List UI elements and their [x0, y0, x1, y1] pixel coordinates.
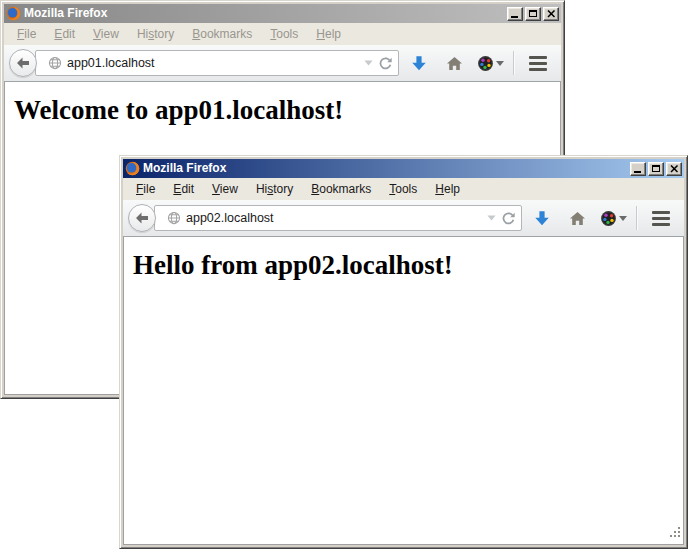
minimize-icon — [634, 171, 641, 173]
firefox-logo-icon — [6, 6, 21, 21]
home-button[interactable] — [562, 203, 592, 233]
url-bar[interactable]: app02.localhost — [154, 205, 522, 231]
window-title: Mozilla Firefox — [24, 4, 504, 23]
menu-item-tools[interactable]: Tools — [380, 178, 426, 200]
maximize-icon — [529, 10, 537, 17]
menu-bar: FileEditViewHistoryBookmarksToolsHelp — [123, 178, 684, 200]
extension-palette-icon — [600, 210, 617, 227]
window-title: Mozilla Firefox — [143, 159, 627, 178]
minimize-button[interactable] — [507, 7, 523, 21]
menu-item-history[interactable]: History — [128, 23, 183, 45]
url-bar[interactable]: app01.localhost — [35, 50, 399, 76]
close-button[interactable] — [543, 7, 559, 21]
toolbar-separator — [636, 206, 638, 230]
reload-icon[interactable] — [378, 56, 393, 71]
menu-item-tools[interactable]: Tools — [261, 23, 307, 45]
titlebar[interactable]: Mozilla Firefox — [4, 4, 561, 23]
browser-content: Hello from app02.localhost! — [123, 237, 684, 545]
back-button[interactable] — [9, 49, 37, 77]
menu-item-edit[interactable]: Edit — [45, 23, 84, 45]
history-dropdown-icon[interactable] — [364, 60, 373, 66]
menu-item-help[interactable]: Help — [307, 23, 350, 45]
extension-caret-icon — [619, 216, 627, 221]
url-text[interactable]: app01.localhost — [67, 56, 359, 70]
download-arrow-icon — [411, 55, 427, 72]
extension-palette-icon — [477, 55, 494, 72]
url-text[interactable]: app02.localhost — [186, 211, 482, 225]
menu-hamburger-button[interactable] — [645, 203, 677, 233]
extension-button[interactable] — [474, 48, 506, 78]
browser-window-app02[interactable]: Mozilla Firefox FileEditViewHistoryBookm… — [119, 155, 688, 549]
page-heading: Welcome to app01.localhost! — [14, 95, 560, 126]
maximize-button[interactable] — [525, 7, 541, 21]
menu-bar: FileEditViewHistoryBookmarksToolsHelp — [4, 23, 561, 45]
maximize-button[interactable] — [648, 162, 664, 176]
reload-icon[interactable] — [501, 211, 516, 226]
close-button[interactable] — [666, 162, 682, 176]
navigation-toolbar: app01.localhost — [4, 45, 561, 82]
hamburger-icon — [652, 211, 670, 214]
close-icon — [547, 10, 556, 18]
close-icon — [670, 165, 679, 173]
site-identity-globe-icon[interactable] — [48, 56, 62, 70]
menu-hamburger-button[interactable] — [522, 48, 554, 78]
menu-item-bookmarks[interactable]: Bookmarks — [302, 178, 380, 200]
menu-item-file[interactable]: File — [8, 23, 45, 45]
site-identity-globe-icon[interactable] — [167, 211, 181, 225]
home-icon — [569, 211, 586, 226]
back-arrow-icon — [15, 55, 31, 71]
menu-item-file[interactable]: File — [127, 178, 164, 200]
resize-grip[interactable] — [669, 525, 682, 543]
menu-item-bookmarks[interactable]: Bookmarks — [183, 23, 261, 45]
history-dropdown-icon[interactable] — [487, 215, 496, 221]
menu-item-view[interactable]: View — [84, 23, 128, 45]
menu-item-help[interactable]: Help — [426, 178, 469, 200]
extension-caret-icon — [496, 61, 504, 66]
minimize-button[interactable] — [630, 162, 646, 176]
page-heading: Hello from app02.localhost! — [133, 250, 683, 281]
navigation-toolbar: app02.localhost — [123, 200, 684, 237]
menu-item-edit[interactable]: Edit — [164, 178, 203, 200]
home-button[interactable] — [439, 48, 469, 78]
toolbar-separator — [513, 51, 515, 75]
menu-item-history[interactable]: History — [247, 178, 302, 200]
titlebar[interactable]: Mozilla Firefox — [123, 159, 684, 178]
maximize-icon — [652, 165, 660, 172]
download-arrow-icon — [534, 210, 550, 227]
firefox-logo-icon — [125, 161, 140, 176]
hamburger-icon — [529, 56, 547, 59]
home-icon — [446, 56, 463, 71]
extension-button[interactable] — [597, 203, 629, 233]
download-button[interactable] — [527, 203, 557, 233]
back-arrow-icon — [134, 210, 150, 226]
menu-item-view[interactable]: View — [203, 178, 247, 200]
download-button[interactable] — [404, 48, 434, 78]
back-button[interactable] — [128, 204, 156, 232]
minimize-icon — [511, 16, 518, 18]
